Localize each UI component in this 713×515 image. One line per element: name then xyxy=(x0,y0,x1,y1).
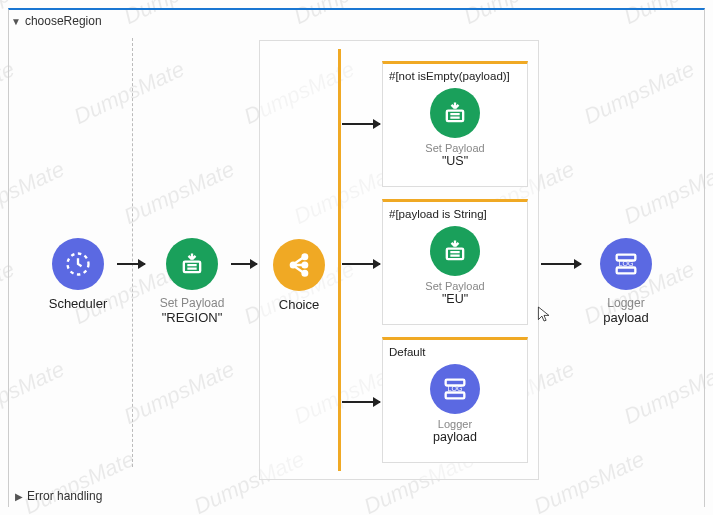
svg-point-4 xyxy=(303,263,308,268)
expand-icon[interactable]: ▶ xyxy=(15,491,23,502)
arrow xyxy=(342,401,380,403)
branch-2-label: Set Payload xyxy=(387,280,523,292)
choice-node[interactable]: Choice xyxy=(256,239,342,312)
arrow xyxy=(117,263,145,265)
error-handling-label: Error handling xyxy=(27,489,102,503)
arrow xyxy=(342,263,380,265)
choice-vertical-bar xyxy=(338,49,341,471)
logger-label: Logger xyxy=(583,296,669,310)
set-payload-icon xyxy=(430,226,480,276)
logger-icon: LOG xyxy=(600,238,652,290)
error-handling-header[interactable]: ▶ Error handling xyxy=(9,485,108,507)
set-payload-region-label: Set Payload xyxy=(149,296,235,310)
branch-3-label: Logger xyxy=(387,418,523,430)
scheduler-label: Scheduler xyxy=(35,296,121,311)
svg-rect-7 xyxy=(447,249,463,259)
svg-rect-9 xyxy=(446,393,465,399)
arrow xyxy=(541,263,581,265)
logger-icon: LOG xyxy=(430,364,480,414)
svg-text:LOG: LOG xyxy=(619,260,634,267)
set-payload-icon xyxy=(166,238,218,290)
arrow xyxy=(342,123,380,125)
choice-label: Choice xyxy=(256,297,342,312)
branch-1-condition: #[not isEmpty(payload)] xyxy=(387,70,523,88)
branch-1-value: "US" xyxy=(387,154,523,168)
choice-icon xyxy=(273,239,325,291)
set-payload-icon xyxy=(430,88,480,138)
arrow xyxy=(231,263,257,265)
choice-branch-default[interactable]: Default LOG Logger payload xyxy=(382,337,528,463)
svg-point-5 xyxy=(303,271,308,276)
set-payload-region-node[interactable]: Set Payload "REGION" xyxy=(149,238,235,325)
branch-2-condition: #[payload is String] xyxy=(387,208,523,226)
svg-point-3 xyxy=(303,255,308,260)
cursor-icon xyxy=(537,305,551,323)
flow-name: chooseRegion xyxy=(25,14,102,28)
branch-3-condition: Default xyxy=(387,346,523,364)
flow-header[interactable]: ▼ chooseRegion xyxy=(9,10,704,32)
logger-node[interactable]: LOG Logger payload xyxy=(583,238,669,325)
branch-3-value: payload xyxy=(387,430,523,444)
scheduler-icon xyxy=(52,238,104,290)
collapse-icon[interactable]: ▼ xyxy=(11,16,21,27)
branch-2-value: "EU" xyxy=(387,292,523,306)
choice-branch-1[interactable]: #[not isEmpty(payload)] Set Payload "US" xyxy=(382,61,528,187)
logger-value: payload xyxy=(583,310,669,325)
branch-1-label: Set Payload xyxy=(387,142,523,154)
svg-rect-6 xyxy=(447,111,463,122)
scheduler-node[interactable]: Scheduler xyxy=(35,238,121,311)
svg-point-2 xyxy=(291,263,296,268)
choice-scope[interactable]: Choice #[not isEmpty(payload)] Set Paylo… xyxy=(259,40,539,480)
svg-rect-12 xyxy=(617,268,636,274)
choice-branch-2[interactable]: #[payload is String] Set Payload "EU" xyxy=(382,199,528,325)
svg-text:LOG: LOG xyxy=(448,385,463,392)
set-payload-region-value: "REGION" xyxy=(149,310,235,325)
svg-rect-1 xyxy=(184,262,200,273)
